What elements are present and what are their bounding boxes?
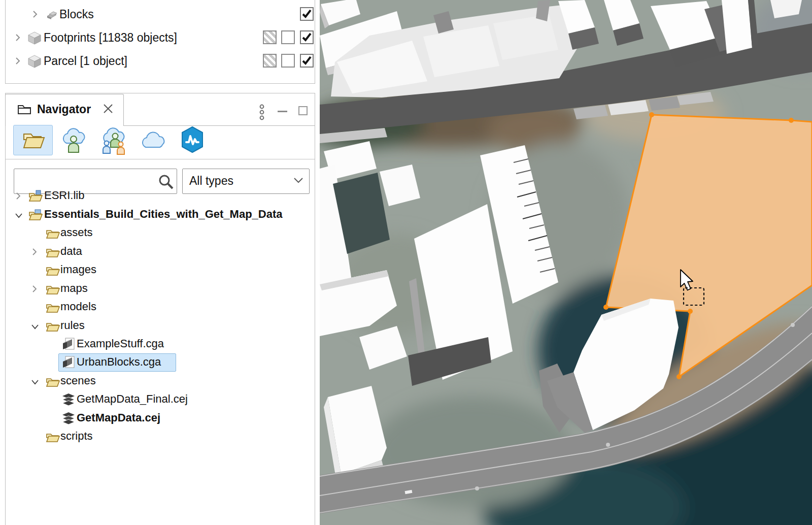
folder-icon xyxy=(45,375,60,390)
folder-icon xyxy=(45,226,60,242)
viewport-3d[interactable] xyxy=(320,0,812,525)
model-toggle-hatched[interactable] xyxy=(263,54,277,68)
tree-item-label: scenes xyxy=(60,374,96,387)
cloud-group-icon[interactable] xyxy=(100,126,128,157)
layer-row-blocks[interactable]: Blocks xyxy=(6,6,315,26)
chevron-right-icon[interactable] xyxy=(32,248,38,259)
tree-item-label: images xyxy=(60,263,96,276)
cga-file-icon xyxy=(61,355,76,372)
chevron-down-icon[interactable] xyxy=(31,378,39,387)
tree-item-models[interactable]: models xyxy=(6,298,315,317)
scene-layers-panel: Blocks Footprints [11838 objects] xyxy=(5,0,315,84)
cloud-icon[interactable] xyxy=(140,130,168,152)
cloud-user-icon[interactable] xyxy=(60,126,87,156)
tree-item-label: GetMapData.cej xyxy=(77,411,160,424)
type-filter-value: All types xyxy=(189,174,233,188)
folder-icon xyxy=(45,430,60,445)
tree-item-label: data xyxy=(60,245,82,258)
tree-item-urbanblocks-cga[interactable]: UrbanBlocks.cga xyxy=(6,353,315,372)
layer-label: Blocks xyxy=(59,8,94,21)
chevron-right-icon[interactable] xyxy=(32,285,38,296)
model-toggle-hatched[interactable] xyxy=(263,30,277,44)
visibility-checkbox[interactable] xyxy=(300,30,314,44)
visibility-checkbox[interactable] xyxy=(300,7,314,21)
scene-file-icon xyxy=(61,412,76,427)
folder-tab-icon xyxy=(17,103,32,118)
shapes-layer-icon xyxy=(27,54,42,71)
shapes-layer-icon xyxy=(27,30,42,48)
tree-item-label: GetMapData_Final.cej xyxy=(77,392,188,406)
viewport-canvas[interactable] xyxy=(320,0,812,525)
tree-item-scripts[interactable]: scripts xyxy=(6,428,315,446)
tree-item-label: scripts xyxy=(60,430,93,443)
folder-icon xyxy=(45,245,60,260)
tree-item-data[interactable]: data xyxy=(6,243,315,261)
cityengine-window: { "scene_panel": { "rows": [ {"label": "… xyxy=(0,0,812,525)
texture-toggle[interactable] xyxy=(281,54,295,68)
chevron-right-icon[interactable] xyxy=(15,56,21,68)
tree-item-label: rules xyxy=(60,319,85,332)
chevron-right-icon[interactable] xyxy=(32,10,38,21)
folder-icon xyxy=(45,319,60,335)
layer-label: Parcel [1 object] xyxy=(44,54,127,68)
tree-item-label: assets xyxy=(60,226,93,239)
folder-icon xyxy=(45,282,60,298)
tree-item-maps[interactable]: maps xyxy=(6,280,315,299)
cityengine-hub-icon[interactable] xyxy=(180,126,205,155)
toolbar-divider xyxy=(6,159,315,159)
tree-item-label: models xyxy=(60,300,96,313)
tree-item-rules[interactable]: rules xyxy=(6,317,315,336)
tab-title: Navigator xyxy=(37,103,91,116)
chevron-down-icon[interactable] xyxy=(15,212,23,221)
tabstrip-divider xyxy=(124,125,315,126)
folder-icon xyxy=(45,301,60,316)
tree-item-images[interactable]: images xyxy=(6,261,315,280)
tree-item-project-root[interactable]: Essentials_Build_Cities_with_Get_Map_Dat… xyxy=(6,206,315,224)
open-folder-icon[interactable] xyxy=(21,129,46,153)
chevron-down-icon xyxy=(293,177,303,186)
texture-toggle[interactable] xyxy=(281,30,295,44)
minimize-icon[interactable] xyxy=(278,111,287,112)
tree-item-scenes[interactable]: scenes xyxy=(6,372,315,391)
tree-item-label: maps xyxy=(60,282,88,295)
layer-label: Footprints [11838 objects] xyxy=(44,31,177,45)
tree-item-esri-lib[interactable]: ESRI.lib xyxy=(6,187,315,206)
library-folder-icon xyxy=(28,189,43,205)
tree-item-label: ExampleStuff.cga xyxy=(77,337,164,350)
view-menu-icon[interactable] xyxy=(258,104,266,124)
tree-item-getmapdata-cej[interactable]: GetMapData.cej xyxy=(6,409,315,428)
folder-icon xyxy=(45,264,60,279)
chevron-right-icon[interactable] xyxy=(16,192,22,203)
tree-item-label: UrbanBlocks.cga xyxy=(77,355,161,369)
close-icon[interactable] xyxy=(102,103,114,117)
visibility-checkbox[interactable] xyxy=(300,54,314,68)
blocks-layer-icon xyxy=(45,9,59,22)
tree-item-examplestuff-cga[interactable]: ExampleStuff.cga xyxy=(6,335,315,354)
tab-navigator[interactable]: Navigator xyxy=(5,94,124,126)
tree-item-label: ESRI.lib xyxy=(44,189,84,202)
navigator-panel: Navigator xyxy=(5,93,315,525)
open-project-folder-icon xyxy=(28,208,43,223)
maximize-icon[interactable] xyxy=(298,106,308,115)
chevron-right-icon[interactable] xyxy=(15,33,21,44)
layer-row-parcel[interactable]: Parcel [1 object] xyxy=(6,52,315,73)
layer-row-footprints[interactable]: Footprints [11838 objects] xyxy=(6,29,315,49)
scene-file-icon xyxy=(61,393,76,408)
chevron-down-icon[interactable] xyxy=(31,323,39,332)
cga-file-icon xyxy=(61,337,76,353)
tree-item-label: Essentials_Build_Cities_with_Get_Map_Dat… xyxy=(44,208,283,221)
tree-item-assets[interactable]: assets xyxy=(6,224,315,243)
tree-item-getmapdata-final-cej[interactable]: GetMapData_Final.cej xyxy=(6,390,315,409)
